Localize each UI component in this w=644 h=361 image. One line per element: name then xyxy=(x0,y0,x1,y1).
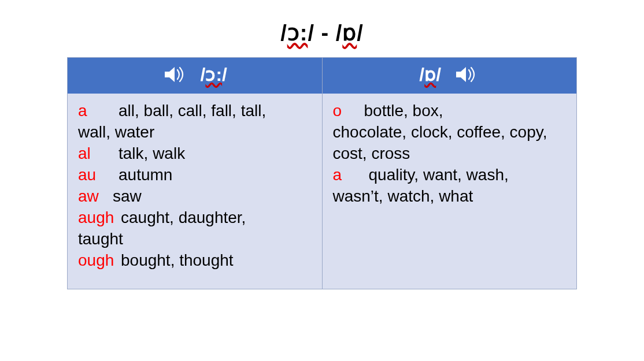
page-title: /ɔ:/ - /ɒ/ xyxy=(0,0,644,57)
spelling-line: awsaw xyxy=(78,186,316,207)
speaker-icon[interactable] xyxy=(162,64,188,85)
word-list: all, ball, call, fall, tall, xyxy=(119,102,266,120)
spelling-pattern: aw xyxy=(78,186,113,207)
word-list: wall, water xyxy=(78,122,316,143)
table-body-row: aall, ball, call, fall, tall,wall, water… xyxy=(68,94,576,289)
title-right-ipa: ɒ xyxy=(342,21,357,45)
word-list: quality, want, wash, xyxy=(369,166,509,184)
header-cell-right: /ɒ/ xyxy=(323,58,577,94)
word-list: chocolate, clock, coffee, copy, cost, cr… xyxy=(333,122,571,165)
word-list: bought, thought xyxy=(121,251,234,269)
header-right-label: /ɒ/ xyxy=(419,64,441,85)
word-list: saw xyxy=(113,187,142,205)
title-separator: - xyxy=(314,21,336,45)
spelling-line: auautumn xyxy=(78,165,316,186)
spelling-pattern: au xyxy=(78,165,119,186)
spelling-pattern: a xyxy=(333,165,369,186)
spelling-pattern: o xyxy=(333,101,364,122)
spelling-line: altalk, walk xyxy=(78,143,316,165)
word-list: bottle, box, xyxy=(364,102,443,120)
spelling-line: aquality, want, wash, xyxy=(333,165,571,186)
spelling-line: oughbought, thought xyxy=(78,250,316,271)
header-cell-left: /ɔ:/ xyxy=(68,58,323,94)
word-list: wasn’t, watch, what xyxy=(333,186,571,207)
word-list: caught, daughter, xyxy=(121,209,246,226)
word-list: autumn xyxy=(119,166,172,184)
header-left-label: /ɔ:/ xyxy=(201,64,227,85)
spelling-line: obottle, box, xyxy=(333,101,571,122)
title-left-ipa: ɔ: xyxy=(287,21,308,45)
spelling-pattern: ough xyxy=(78,250,121,271)
word-list: taught xyxy=(78,229,316,250)
spelling-pattern: al xyxy=(78,143,119,165)
table-header-row: /ɔ:/ /ɒ/ xyxy=(68,58,576,94)
header-left-ipa: ɔ: xyxy=(205,64,222,85)
spelling-pattern: a xyxy=(78,101,119,122)
speaker-icon[interactable] xyxy=(454,64,479,85)
spelling-line: aughcaught, daughter, xyxy=(78,207,316,229)
phonetics-table: /ɔ:/ /ɒ/ aall, ball, call, fall, tall,wa… xyxy=(67,57,577,289)
header-right-ipa: ɒ xyxy=(424,64,436,85)
word-list: talk, walk xyxy=(119,144,185,162)
body-cell-right: obottle, box,chocolate, clock, coffee, c… xyxy=(323,94,577,289)
body-cell-left: aall, ball, call, fall, tall,wall, water… xyxy=(68,94,323,289)
spelling-line: aall, ball, call, fall, tall, xyxy=(78,101,316,122)
spelling-pattern: augh xyxy=(78,207,121,229)
